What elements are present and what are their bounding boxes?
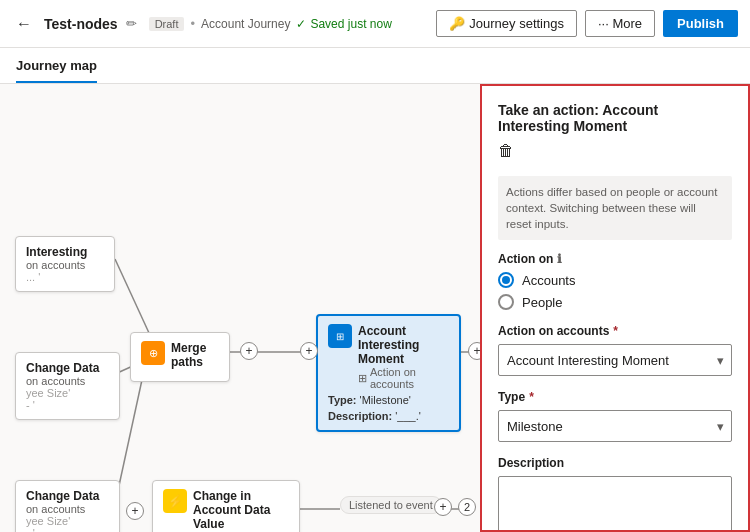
action-panel: Take an action: Account Interesting Mome…: [480, 84, 750, 532]
node-interesting-sub2: ... ': [26, 271, 104, 283]
change2-title: Change Data: [26, 489, 109, 503]
node-change3[interactable]: ⚡ Change in Account Data Value ⊞ Account…: [152, 480, 300, 532]
journey-label: Account Journey: [201, 17, 290, 31]
description-textarea[interactable]: [498, 476, 732, 532]
change3-header: ⚡ Change in Account Data Value ⊞ Account…: [163, 489, 289, 532]
delete-button[interactable]: 🗑: [498, 142, 514, 160]
aim-desc: Description: '___.': [328, 410, 449, 422]
breadcrumb-sep: •: [190, 16, 195, 31]
back-button[interactable]: ←: [12, 11, 36, 37]
header-right: 🔑 Journey settings ··· More Publish: [436, 10, 738, 37]
change1-sub: on accounts: [26, 375, 109, 387]
plus-connector-5[interactable]: +: [126, 502, 144, 520]
aim-sub: ⊞ Action on accounts: [358, 366, 449, 390]
header-left: ← Test-nodes ✏ Draft • Account Journey ✓…: [12, 11, 392, 37]
plus-connector-3[interactable]: +: [468, 342, 480, 360]
num-connector-2[interactable]: 2: [458, 498, 476, 516]
node-interesting-title: Interesting: [26, 245, 104, 259]
node-merge-header: ⊕ Merge paths: [141, 341, 219, 369]
sub-header: Journey map: [0, 48, 750, 84]
settings-label: Journey settings: [469, 16, 564, 31]
aim-title: Account Interesting Moment: [358, 324, 449, 366]
node-change1[interactable]: Change Data on accounts yee Size' - ': [15, 352, 120, 420]
description-group: Description Description is recommended f…: [498, 456, 732, 532]
saved-status: ✓ Saved just now: [296, 17, 391, 31]
radio-people-label: People: [522, 295, 562, 310]
more-label: ··· More: [598, 16, 642, 31]
check-icon: ✓: [296, 17, 306, 31]
change3-icon: ⚡: [163, 489, 187, 513]
canvas-connectors: [0, 84, 480, 532]
plus-connector-6[interactable]: +: [434, 498, 452, 516]
tab-journey-map[interactable]: Journey map: [16, 50, 97, 83]
change1-sub3: - ': [26, 399, 109, 411]
type-dropdown-wrapper: Milestone ▾: [498, 410, 732, 442]
breadcrumb: Draft • Account Journey ✓ Saved just now: [149, 16, 392, 31]
settings-icon: 🔑: [449, 16, 465, 31]
action-on-text: Action on: [498, 252, 553, 266]
action-dropdown[interactable]: Account Interesting Moment: [498, 344, 732, 376]
action-on-group: Action on ℹ Accounts People: [498, 252, 732, 310]
aim-icon: ⊞: [328, 324, 352, 348]
type-group: Type * Milestone ▾: [498, 390, 732, 442]
change2-sub2: yee Size': [26, 515, 109, 527]
type-dropdown[interactable]: Milestone: [498, 410, 732, 442]
aim-label-wrap: Account Interesting Moment ⊞ Action on a…: [358, 324, 449, 390]
node-change2[interactable]: Change Data on accounts yee Size' - ': [15, 480, 120, 532]
aim-header: ⊞ Account Interesting Moment ⊞ Action on…: [328, 324, 449, 390]
type-text: Type: [498, 390, 525, 404]
aim-sub-text: Action on accounts: [370, 366, 449, 390]
action-accounts-label: Action on accounts *: [498, 324, 732, 338]
node-interesting-sub: on accounts: [26, 259, 104, 271]
main-content: Interesting on accounts ... ' ⊕ Merge pa…: [0, 84, 750, 532]
action-accounts-group: Action on accounts * Account Interesting…: [498, 324, 732, 376]
node-interesting[interactable]: Interesting on accounts ... ': [15, 236, 115, 292]
panel-body: Actions differ based on people or accoun…: [482, 176, 748, 532]
type-required: *: [529, 390, 534, 404]
connector-label-listened: Listened to event: [340, 496, 442, 514]
description-text: Description: [498, 456, 564, 470]
app-header: ← Test-nodes ✏ Draft • Account Journey ✓…: [0, 0, 750, 48]
change3-label-wrap: Change in Account Data Value ⊞ Account e…: [193, 489, 289, 532]
action-on-label: Action on ℹ: [498, 252, 732, 266]
app-title: Test-nodes: [44, 16, 118, 32]
canvas-area[interactable]: Interesting on accounts ... ' ⊕ Merge pa…: [0, 84, 480, 532]
description-label: Description: [498, 456, 732, 470]
change2-sub3: - ': [26, 527, 109, 532]
plus-connector-1[interactable]: +: [240, 342, 258, 360]
draft-badge: Draft: [149, 17, 185, 31]
aim-type: Type: 'Milestone': [328, 394, 449, 406]
change1-title: Change Data: [26, 361, 109, 375]
action-on-info-icon[interactable]: ℹ: [557, 252, 562, 266]
panel-title: Take an action: Account Interesting Mome…: [498, 102, 732, 134]
saved-text: Saved just now: [310, 17, 391, 31]
change1-sub2: yee Size': [26, 387, 109, 399]
required-mark: *: [613, 324, 618, 338]
node-aim[interactable]: ⊞ Account Interesting Moment ⊞ Action on…: [316, 314, 461, 432]
panel-header: Take an action: Account Interesting Mome…: [482, 86, 748, 176]
radio-accounts[interactable]: Accounts: [498, 272, 732, 288]
radio-accounts-circle: [498, 272, 514, 288]
radio-people-circle: [498, 294, 514, 310]
radio-people[interactable]: People: [498, 294, 732, 310]
info-text: Actions differ based on people or accoun…: [498, 176, 732, 240]
aim-sub-icon: ⊞: [358, 372, 367, 385]
merge-title: Merge paths: [171, 341, 219, 369]
node-merge-label: Merge paths: [171, 341, 219, 369]
action-accounts-text: Action on accounts: [498, 324, 609, 338]
radio-group: Accounts People: [498, 272, 732, 310]
radio-accounts-dot: [502, 276, 510, 284]
merge-icon: ⊕: [141, 341, 165, 365]
edit-icon[interactable]: ✏: [126, 16, 137, 31]
node-merge[interactable]: ⊕ Merge paths: [130, 332, 230, 382]
plus-connector-2[interactable]: +: [300, 342, 318, 360]
radio-accounts-label: Accounts: [522, 273, 575, 288]
change3-title: Change in Account Data Value: [193, 489, 289, 531]
more-button[interactable]: ··· More: [585, 10, 655, 37]
settings-button[interactable]: 🔑 Journey settings: [436, 10, 577, 37]
type-label: Type *: [498, 390, 732, 404]
panel-delete: 🗑: [498, 142, 732, 160]
publish-button[interactable]: Publish: [663, 10, 738, 37]
action-dropdown-wrapper: Account Interesting Moment ▾: [498, 344, 732, 376]
change2-sub: on accounts: [26, 503, 109, 515]
